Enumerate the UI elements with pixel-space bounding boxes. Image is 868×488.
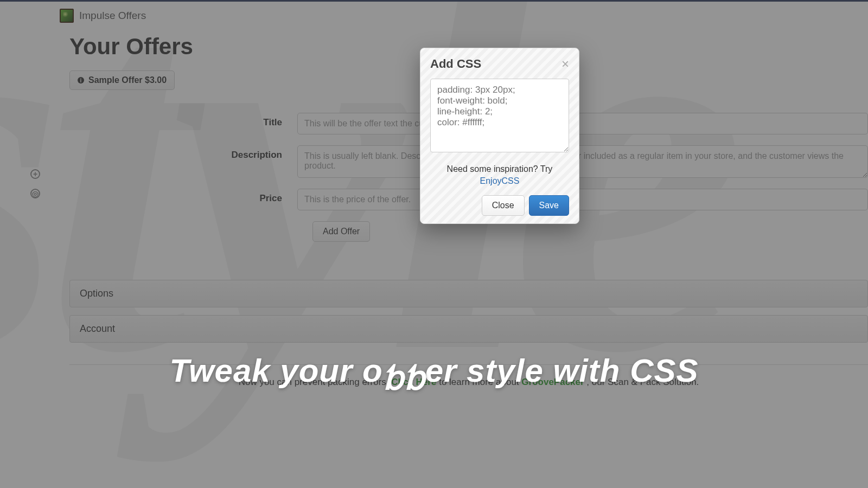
css-textarea[interactable]: padding: 3px 20px; font-weight: bold; li… [430, 79, 569, 152]
headline-part-a: Tweak your o [169, 352, 382, 389]
modal-title: Add CSS [430, 57, 481, 71]
enjoycss-link[interactable]: EnjoyCSS [480, 176, 520, 185]
close-button[interactable]: Close [482, 195, 525, 216]
close-icon[interactable]: × [561, 57, 569, 70]
headline-part-bb: ƅƅ [383, 359, 425, 397]
save-button[interactable]: Save [529, 195, 569, 216]
marketing-headline: Tweak your oƅƅer style with CSS [0, 351, 868, 389]
hint-prefix: Need some inspiration? Try [447, 164, 553, 174]
headline-part-c: er style with CSS [425, 352, 699, 389]
modal-hint: Need some inspiration? Try EnjoyCSS [430, 163, 569, 188]
add-css-modal: Add CSS × padding: 3px 20px; font-weight… [420, 48, 579, 224]
